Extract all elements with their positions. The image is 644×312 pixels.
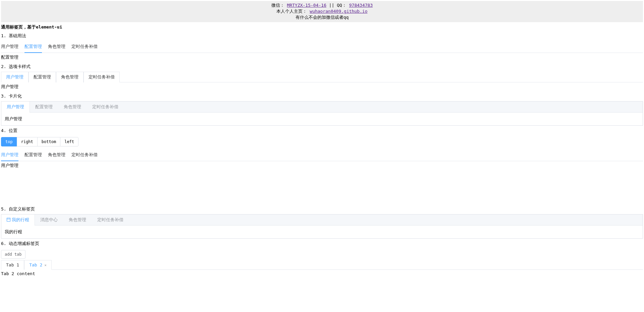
position-radio-group: top right bottom left bbox=[1, 137, 78, 146]
tab-msg-center[interactable]: 消息中心 bbox=[35, 214, 63, 225]
section1-label: 1. 基础用法 bbox=[1, 33, 643, 39]
section3-tabs: 用户管理 配置管理 角色管理 定时任务补偿 用户管理 bbox=[1, 101, 643, 126]
tab-my-schedule[interactable]: 我的行程 bbox=[1, 214, 35, 226]
section3-pane: 用户管理 bbox=[1, 113, 643, 125]
section2-pane: 用户管理 bbox=[1, 84, 643, 90]
pos-bottom[interactable]: bottom bbox=[37, 137, 60, 146]
pos-left[interactable]: left bbox=[60, 137, 78, 146]
section2-tabs: 用户管理 配置管理 角色管理 定时任务补偿 bbox=[1, 72, 643, 82]
add-tab-button[interactable]: add tab bbox=[1, 250, 25, 259]
tab-config-mgmt[interactable]: 配置管理 bbox=[30, 102, 58, 112]
section1-pane: 配置管理 bbox=[1, 54, 643, 60]
help-text: 有什么不会的加微信或者qq bbox=[1, 14, 643, 20]
tab-config-mgmt[interactable]: 配置管理 bbox=[24, 149, 42, 161]
tab-role-mgmt[interactable]: 角色管理 bbox=[48, 149, 65, 161]
section6-tabs: Tab 1 Tab 2× bbox=[1, 260, 643, 270]
pos-top[interactable]: top bbox=[1, 137, 17, 146]
page-title: 通用标签页，基于element-ui bbox=[1, 24, 643, 30]
section3-label: 3. 卡片化 bbox=[1, 93, 643, 99]
tab-task-comp[interactable]: 定时任务补偿 bbox=[92, 214, 129, 225]
section5-label: 5. 自定义标签页 bbox=[1, 206, 643, 212]
tab-user-mgmt[interactable]: 用户管理 bbox=[1, 149, 18, 161]
homepage-link[interactable]: wuhaoran0409.github.io bbox=[310, 9, 367, 14]
section4-label: 4. 位置 bbox=[1, 128, 643, 134]
section1-tabs: 用户管理 配置管理 角色管理 定时任务补偿 bbox=[1, 41, 643, 53]
tab-task-comp[interactable]: 定时任务补偿 bbox=[87, 102, 124, 112]
tab-1[interactable]: Tab 1 bbox=[1, 260, 24, 270]
tab-user-mgmt[interactable]: 用户管理 bbox=[1, 102, 30, 113]
section5-pane: 我的行程 bbox=[1, 226, 643, 238]
tab-2[interactable]: Tab 2× bbox=[24, 260, 52, 270]
tab-task-comp[interactable]: 定时任务补偿 bbox=[71, 41, 98, 53]
section6-label: 6. 动态增减标签页 bbox=[1, 241, 643, 247]
tab-role-mgmt[interactable]: 角色管理 bbox=[56, 72, 84, 82]
tab-user-mgmt[interactable]: 用户管理 bbox=[1, 41, 18, 53]
close-icon[interactable]: × bbox=[44, 263, 47, 267]
qq-label: QQ： bbox=[337, 3, 346, 8]
wechat-link[interactable]: MRTYZX-15-04-16 bbox=[287, 3, 326, 8]
qq-link[interactable]: 978434783 bbox=[349, 3, 373, 8]
tab-role-mgmt[interactable]: 角色管理 bbox=[58, 102, 87, 112]
pos-right[interactable]: right bbox=[17, 137, 38, 146]
calendar-icon bbox=[7, 218, 10, 222]
tab-user-mgmt[interactable]: 用户管理 bbox=[1, 72, 29, 82]
section6-pane: Tab 2 content bbox=[1, 271, 643, 276]
section2-label: 2. 选项卡样式 bbox=[1, 64, 643, 70]
tab-config-mgmt[interactable]: 配置管理 bbox=[24, 41, 42, 53]
tab-task-comp[interactable]: 定时任务补偿 bbox=[84, 72, 120, 82]
top-banner: 微信： MRTYZX-15-04-16 || QQ： 978434783 本人个… bbox=[1, 1, 643, 22]
section5-tabs: 我的行程 消息中心 角色管理 定时任务补偿 我的行程 bbox=[1, 214, 643, 239]
tab-task-comp[interactable]: 定时任务补偿 bbox=[71, 149, 98, 161]
tab-role-mgmt[interactable]: 角色管理 bbox=[48, 41, 65, 53]
wechat-label: 微信： bbox=[271, 3, 284, 8]
tab-role-mgmt[interactable]: 角色管理 bbox=[63, 214, 92, 225]
section4-pane: 用户管理 bbox=[1, 163, 643, 203]
homepage-label: 本人个人主页： bbox=[276, 9, 307, 14]
section4-tabs: 用户管理 配置管理 角色管理 定时任务补偿 bbox=[1, 149, 643, 161]
tab-config-mgmt[interactable]: 配置管理 bbox=[29, 72, 56, 82]
